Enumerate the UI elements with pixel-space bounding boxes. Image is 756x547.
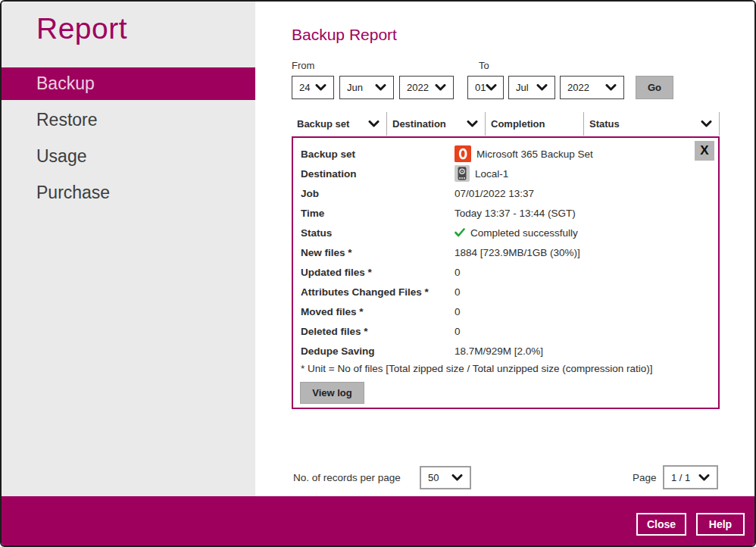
records-per-page-value: 50 [428, 472, 439, 483]
sidebar-item-label: Usage [36, 146, 86, 167]
row-value: 0 [455, 286, 461, 298]
report-row-attributes-changed-files: Attributes Changed Files * 0 [301, 282, 711, 302]
to-label: To [479, 60, 489, 71]
row-label: Backup set [301, 148, 455, 160]
from-month-select[interactable]: Jun [339, 76, 394, 99]
report-window: Report Backup Restore Usage Purchase Bac… [0, 0, 756, 547]
to-year-value: 2022 [567, 82, 589, 93]
report-row-job: Job 07/01/2022 13:37 [301, 183, 711, 203]
chevron-down-icon [605, 84, 617, 91]
row-value: 1884 [723.9MB/1GB (30%)] [455, 247, 580, 258]
row-label: New files * [301, 247, 455, 258]
sidebar-nav: Backup Restore Usage Purchase [2, 67, 255, 211]
report-row-dedupe-saving: Dedupe Saving 18.7M/929M [2.0%] [301, 341, 711, 361]
close-icon[interactable]: X [695, 141, 714, 161]
records-per-page-select[interactable]: 50 [420, 466, 471, 489]
footer-bar: Close Help [2, 496, 754, 545]
filter-label: Status [589, 118, 620, 130]
row-value: 07/01/2022 13:37 [455, 188, 534, 199]
row-label: Job [301, 188, 455, 199]
from-month-value: Jun [347, 82, 363, 93]
chevron-down-icon [375, 84, 386, 91]
report-row-status: Status Completed successfully [301, 223, 711, 242]
chevron-down-icon [315, 84, 326, 91]
filter-label: Completion [491, 118, 545, 130]
check-icon [455, 228, 465, 237]
go-button[interactable]: Go [636, 76, 673, 99]
row-label: Moved files * [301, 306, 455, 317]
row-label: Updated files * [301, 267, 455, 278]
chevron-down-icon [451, 474, 463, 481]
view-log-button[interactable]: View log [300, 382, 364, 404]
filter-label: Destination [392, 118, 446, 130]
row-value: Local-1 [475, 168, 508, 180]
page-title: Report [36, 12, 127, 45]
row-label: Deleted files * [301, 326, 455, 337]
filter-row: Backup set Destination Completion Status [292, 112, 720, 136]
chevron-down-icon [435, 84, 446, 91]
close-button[interactable]: Close [636, 513, 686, 536]
main-content: Backup Report From To 24 Jun 2022 01 Jul… [255, 2, 754, 496]
report-row-deleted-files: Deleted files * 0 [301, 321, 711, 341]
chevron-down-icon [701, 120, 712, 127]
from-day-select[interactable]: 24 [292, 76, 334, 99]
report-row-backup-set: Backup set Microsoft 365 Backup Set [301, 144, 711, 164]
sidebar-item-purchase[interactable]: Purchase [2, 174, 255, 211]
microsoft-365-icon [455, 145, 471, 162]
report-row-new-files: New files * 1884 [723.9MB/1GB (30%)] [301, 242, 711, 262]
row-value: 18.7M/929M [2.0%] [455, 345, 543, 357]
row-value: Microsoft 365 Backup Set [476, 148, 593, 160]
report-row-destination: Destination Local-1 [301, 164, 711, 183]
row-label: Destination [301, 168, 455, 180]
row-value: 0 [455, 306, 461, 317]
from-day-value: 24 [299, 82, 310, 93]
sidebar-item-usage[interactable]: Usage [2, 138, 255, 174]
row-label: Time [301, 208, 455, 219]
chevron-down-icon [536, 84, 548, 91]
unit-footnote: * Unit = No of files [Total zipped size … [301, 363, 711, 374]
from-year-value: 2022 [407, 82, 429, 93]
filter-label: Backup set [297, 118, 349, 130]
filter-completion[interactable]: Completion [486, 112, 584, 136]
row-value: 0 [455, 267, 461, 278]
filter-backup-set[interactable]: Backup set [292, 112, 387, 136]
from-label: From [292, 60, 314, 71]
chevron-down-icon [368, 120, 380, 127]
help-button[interactable]: Help [696, 513, 745, 536]
to-day-select[interactable]: 01 [467, 76, 504, 99]
page-value: 1 / 1 [671, 472, 690, 483]
backup-report-card: X Backup set Microsoft 365 Backup Set De… [292, 136, 720, 409]
from-year-select[interactable]: 2022 [399, 76, 454, 99]
sidebar-item-restore[interactable]: Restore [2, 102, 255, 138]
storage-icon [455, 165, 470, 182]
report-row-updated-files: Updated files * 0 [301, 262, 711, 282]
sidebar-item-label: Restore [36, 110, 98, 130]
chevron-down-icon [486, 84, 497, 91]
filter-destination[interactable]: Destination [387, 112, 486, 136]
row-value: Today 13:37 - 13:44 (SGT) [455, 208, 576, 219]
row-label: Dedupe Saving [301, 345, 455, 357]
sidebar-item-label: Purchase [36, 183, 110, 203]
report-row-moved-files: Moved files * 0 [301, 302, 711, 321]
sidebar: Report Backup Restore Usage Purchase [2, 2, 255, 496]
sidebar-item-backup[interactable]: Backup [2, 67, 255, 100]
row-label: Attributes Changed Files * [301, 286, 455, 298]
to-month-value: Jul [516, 82, 529, 93]
records-per-page-label: No. of records per page [293, 466, 401, 489]
to-year-select[interactable]: 2022 [560, 76, 624, 99]
to-month-select[interactable]: Jul [508, 76, 555, 99]
sidebar-item-label: Backup [36, 73, 95, 94]
page-select[interactable]: 1 / 1 [663, 465, 718, 489]
section-title: Backup Report [292, 26, 397, 44]
row-value: 0 [455, 326, 461, 337]
row-label: Status [301, 227, 455, 239]
page-label: Page [633, 466, 657, 489]
filter-status[interactable]: Status [584, 112, 720, 136]
chevron-down-icon [467, 120, 478, 127]
report-row-time: Time Today 13:37 - 13:44 (SGT) [301, 203, 711, 223]
row-value: Completed successfully [470, 227, 578, 239]
to-day-value: 01 [475, 82, 486, 93]
chevron-down-icon [698, 474, 710, 481]
